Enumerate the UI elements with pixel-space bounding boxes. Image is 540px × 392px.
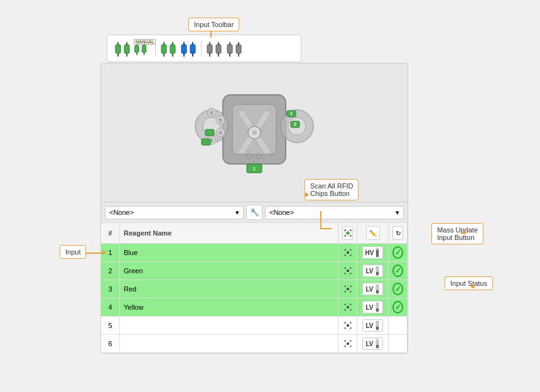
svg-point-41 — [256, 154, 261, 159]
row-level-1: HV — [357, 244, 389, 261]
row-status-5 — [389, 317, 408, 334]
col-header-level: ✏️ — [357, 223, 389, 243]
main-container: Input Toolbar MAN — [0, 0, 540, 392]
row-rfid-6[interactable] — [338, 335, 357, 352]
svg-rect-12 — [161, 45, 166, 53]
toolbar-icon-4[interactable] — [180, 39, 197, 58]
scan-callout-dot — [305, 193, 308, 197]
toolbar-icon-3[interactable] — [159, 39, 177, 58]
vial-icon — [375, 339, 380, 349]
svg-rect-33 — [238, 42, 239, 45]
input-callout-dot — [102, 251, 105, 254]
row-rfid-2[interactable] — [338, 262, 357, 280]
row-status-1: ✓ — [389, 244, 408, 261]
svg-rect-78 — [347, 342, 349, 345]
status-ok-icon: ✓ — [392, 246, 403, 259]
col-header-status: ↻ — [389, 223, 408, 243]
row-status-2: ✓ — [389, 262, 408, 280]
status-ok-icon: ✓ — [392, 301, 403, 313]
svg-rect-29 — [218, 53, 219, 57]
scan-all-rfid-button[interactable] — [342, 226, 353, 240]
left-dropdown[interactable]: <None> ▾ — [105, 206, 244, 219]
toolbar-icon-1[interactable] — [114, 39, 131, 58]
edit-input-button[interactable]: ✏️ — [366, 226, 380, 240]
wrench-button[interactable]: 🔧 — [246, 205, 262, 220]
svg-rect-11 — [144, 53, 145, 55]
row-status-4: ✓ — [389, 298, 408, 316]
svg-rect-19 — [190, 45, 195, 53]
vial-icon — [375, 248, 380, 258]
scan-callout-line-h — [320, 228, 332, 229]
svg-rect-62 — [347, 232, 349, 234]
table-row: 2Green LV ✓ — [101, 262, 408, 280]
svg-rect-68 — [376, 272, 379, 275]
svg-rect-31 — [236, 45, 241, 53]
toolbar-divider-2 — [201, 41, 202, 56]
row-name-2: Green — [120, 262, 338, 280]
status-ok-icon: ✓ — [392, 264, 403, 277]
table-row: 6 LV — [101, 335, 408, 353]
level-badge: LV — [362, 319, 382, 332]
vial-icon — [375, 320, 380, 330]
svg-rect-77 — [376, 327, 379, 330]
row-name-4: Yellow — [120, 298, 338, 316]
svg-text:4: 4 — [219, 131, 222, 135]
svg-text:5: 5 — [219, 118, 222, 122]
diagram-area: 6 5 4 3 1 2 1 — [101, 63, 408, 202]
rfid-icon — [343, 339, 352, 348]
svg-rect-16 — [163, 53, 165, 57]
svg-rect-4 — [117, 53, 119, 57]
toolbar-icon-2[interactable]: MANUAL — [134, 39, 151, 58]
svg-rect-5 — [126, 53, 127, 57]
svg-rect-35 — [238, 53, 239, 57]
level-badge: LV — [362, 283, 382, 295]
callout-scan: Scan All RFID Chips Button — [305, 179, 359, 200]
level-badge: LV — [362, 264, 382, 277]
row-num-6: 6 — [101, 335, 120, 352]
svg-rect-53 — [205, 129, 214, 136]
svg-rect-0 — [116, 45, 121, 53]
svg-rect-72 — [347, 306, 349, 308]
callout-mass: Mass Update Input Button — [431, 223, 483, 244]
svg-rect-15 — [172, 42, 173, 45]
table-body: 1Blue HV ✓2Green LV — [101, 244, 408, 353]
row-name-1: Blue — [120, 244, 338, 261]
row-level-4: LV — [357, 298, 389, 316]
row-rfid-1[interactable] — [338, 244, 357, 261]
rfid-icon — [343, 266, 352, 275]
right-dropdown[interactable]: <None> ▾ — [265, 206, 404, 219]
svg-text:6: 6 — [210, 111, 213, 115]
row-status-3: ✓ — [389, 280, 408, 298]
svg-rect-69 — [347, 288, 349, 290]
toolbar-icon-5[interactable] — [205, 39, 223, 58]
row-num-3: 3 — [101, 280, 120, 298]
svg-rect-75 — [347, 324, 349, 327]
svg-rect-23 — [192, 53, 193, 57]
row-rfid-4[interactable] — [338, 298, 357, 316]
row-level-5: LV — [357, 317, 389, 334]
level-badge: HV — [362, 246, 384, 259]
row-rfid-5[interactable] — [338, 317, 357, 334]
level-badge: LV — [362, 337, 382, 350]
toolbar-icon-6[interactable] — [225, 39, 243, 58]
mass-update-button[interactable]: ↻ — [392, 226, 403, 240]
svg-point-39 — [252, 130, 257, 135]
main-panel: 6 5 4 3 1 2 1 — [100, 63, 408, 354]
table-header: # Reagent Name — [101, 222, 408, 244]
col-header-num: # — [101, 223, 120, 243]
svg-rect-7 — [142, 45, 146, 53]
svg-text:3: 3 — [210, 138, 213, 143]
svg-rect-14 — [163, 42, 165, 45]
level-badge: LV — [362, 301, 382, 313]
row-num-2: 2 — [101, 262, 120, 280]
row-rfid-3[interactable] — [338, 280, 357, 298]
svg-rect-25 — [216, 45, 221, 53]
svg-rect-24 — [207, 45, 212, 53]
rfid-icon — [343, 303, 352, 312]
table-row: 1Blue HV ✓ — [101, 244, 408, 262]
row-level-6: LV — [357, 335, 389, 352]
svg-text:1: 1 — [290, 111, 293, 116]
svg-rect-26 — [209, 42, 210, 45]
callout-input-status: Input Status — [445, 276, 493, 290]
rfid-icon — [343, 248, 352, 257]
